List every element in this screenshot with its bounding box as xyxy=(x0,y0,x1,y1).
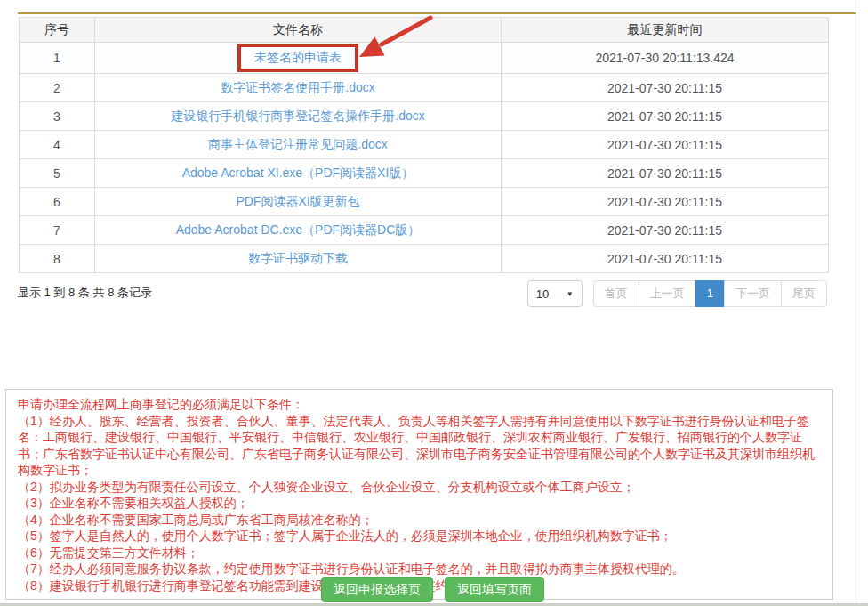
pager-buttons: 首页 上一页 1 下一页 尾页 xyxy=(593,280,827,307)
file-link[interactable]: Adobe Acrobat DC.exe（PDF阅读器DC版） xyxy=(176,222,421,237)
row-file-cell: PDF阅读器XI版更新包 xyxy=(95,188,502,216)
annotation-arrow-icon xyxy=(354,12,436,64)
file-link[interactable]: 未签名的申请表 xyxy=(254,50,342,64)
row-time: 2021-07-30 20:11:15 xyxy=(502,159,829,188)
page: 序号 文件名称 最近更新时间 1 未签名的申请表 2021-07-30 20:1… xyxy=(0,0,868,606)
table-row: 5 Adobe Acrobat XI.exe（PDF阅读器XI版） 2021-0… xyxy=(20,159,829,188)
record-summary: 显示 1 到 8 条 共 8 条记录 xyxy=(18,285,152,301)
page-size-select[interactable]: 10 ▼ xyxy=(527,280,583,307)
table-row: 2 数字证书签名使用手册.docx 2021-07-30 20:11:15 xyxy=(20,74,829,102)
row-time: 2021-07-30 20:11:15 xyxy=(502,74,829,102)
current-page-button[interactable]: 1 xyxy=(695,280,725,307)
row-time: 2021-07-30 20:11:15 xyxy=(502,245,829,273)
notice-item: （6）无需提交第三方文件材料； xyxy=(18,545,821,562)
back-to-declare-select-button[interactable]: 返回申报选择页 xyxy=(321,577,433,602)
back-to-fill-page-button[interactable]: 返回填写页面 xyxy=(445,577,544,602)
row-file-cell: Adobe Acrobat XI.exe（PDF阅读器XI版） xyxy=(95,159,502,188)
table-row: 4 商事主体登记注册常见问题.docx 2021-07-30 20:11:15 xyxy=(20,131,829,159)
table-row: 6 PDF阅读器XI版更新包 2021-07-30 20:11:15 xyxy=(20,188,829,216)
row-file-cell: 建设银行手机银行商事登记签名操作手册.docx xyxy=(95,102,502,131)
row-number: 5 xyxy=(20,159,95,188)
file-link[interactable]: 建设银行手机银行商事登记签名操作手册.docx xyxy=(171,109,424,123)
notice-box: 申请办理全流程网上商事登记的必须满足以下条件： （1）经办人、股东、经营者、投资… xyxy=(5,389,833,600)
row-time: 2021-07-30 20:11:15 xyxy=(502,131,829,159)
file-link[interactable]: 数字证书驱动下载 xyxy=(248,251,348,265)
prev-page-button[interactable]: 上一页 xyxy=(639,280,696,307)
annotation-highlight-box: 未签名的申请表 xyxy=(237,44,358,72)
row-file-cell: 商事主体登记注册常见问题.docx xyxy=(95,131,502,159)
row-number: 8 xyxy=(20,245,95,273)
right-edge-divider xyxy=(856,0,856,603)
row-number: 4 xyxy=(20,131,95,159)
row-number: 7 xyxy=(20,216,95,245)
chevron-down-icon: ▼ xyxy=(567,290,574,298)
file-link[interactable]: PDF阅读器XI版更新包 xyxy=(236,194,359,208)
header-no: 序号 xyxy=(20,18,95,43)
header-update-time: 最近更新时间 xyxy=(502,18,829,43)
notice-item: （1）经办人、股东、经营者、投资者、合伙人、董事、法定代表人、负责人等相关签字人… xyxy=(18,413,821,479)
gold-divider-line xyxy=(18,12,856,14)
row-time: 2021-07-30 20:11:15 xyxy=(502,102,829,131)
notice-item: （4）企业名称不需要国家工商总局或广东省工商局核准名称的； xyxy=(18,512,821,529)
row-time: 2021-07-30 20:11:13.424 xyxy=(502,43,829,74)
file-link[interactable]: Adobe Acrobat XI.exe（PDF阅读器XI版） xyxy=(182,166,414,180)
notice-item: （7）经办人必须同意服务协议条款，约定使用数字证书进行身份认证和电子签名的，并且… xyxy=(18,561,821,578)
file-link[interactable]: 商事主体登记注册常见问题.docx xyxy=(208,137,387,151)
last-page-button[interactable]: 尾页 xyxy=(781,280,827,307)
row-file-cell: 数字证书驱动下载 xyxy=(95,245,502,273)
table-row: 7 Adobe Acrobat DC.exe（PDF阅读器DC版） 2021-0… xyxy=(20,216,829,245)
notice-item: （2）拟办业务类型为有限责任公司设立、个人独资企业设立、合伙企业设立、分支机构设… xyxy=(18,479,821,496)
first-page-button[interactable]: 首页 xyxy=(593,280,639,307)
notice-item: （3）企业名称不需要相关权益人授权的； xyxy=(18,495,821,512)
row-number: 3 xyxy=(20,102,95,131)
row-file-cell: 未签名的申请表 xyxy=(95,43,502,74)
row-number: 2 xyxy=(20,74,95,102)
header-file-name: 文件名称 xyxy=(95,18,502,43)
row-file-cell: 数字证书签名使用手册.docx xyxy=(95,74,502,102)
row-number: 6 xyxy=(20,188,95,216)
notice-item: （5）签字人是自然人的，使用个人数字证书；签字人属于企业法人的，必须是深圳本地企… xyxy=(18,528,821,545)
table-row: 3 建设银行手机银行商事登记签名操作手册.docx 2021-07-30 20:… xyxy=(20,102,829,131)
footer-buttons: 返回申报选择页 返回填写页面 xyxy=(321,577,544,602)
notice-intro: 申请办理全流程网上商事登记的必须满足以下条件： xyxy=(18,396,821,413)
row-number: 1 xyxy=(20,43,95,74)
next-page-button[interactable]: 下一页 xyxy=(724,280,782,307)
pagination: 10 ▼ 首页 上一页 1 下一页 尾页 xyxy=(527,280,827,307)
row-file-cell: Adobe Acrobat DC.exe（PDF阅读器DC版） xyxy=(95,216,502,245)
row-time: 2021-07-30 20:11:15 xyxy=(502,188,829,216)
file-link[interactable]: 数字证书签名使用手册.docx xyxy=(221,80,374,94)
table-row: 8 数字证书驱动下载 2021-07-30 20:11:15 xyxy=(20,245,829,273)
page-size-value: 10 xyxy=(536,287,549,301)
file-table-body: 1 未签名的申请表 2021-07-30 20:11:13.424 2 数字证书… xyxy=(20,43,829,273)
row-time: 2021-07-30 20:11:15 xyxy=(502,216,829,245)
